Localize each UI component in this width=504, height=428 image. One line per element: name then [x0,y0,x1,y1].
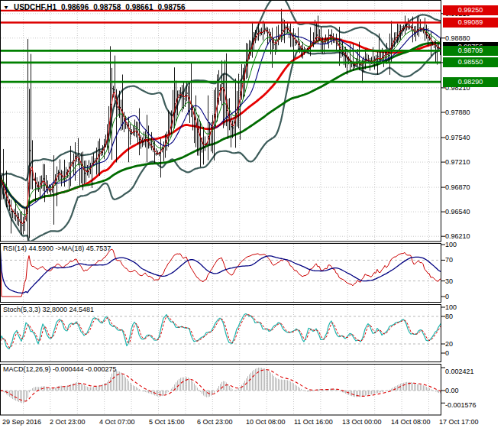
rsi-scale-tick: 30 [445,277,453,286]
title-close: 0.98756 [158,3,186,11]
title-low: 0.98661 [125,3,153,11]
time-axis-label: 17 Oct 17:00 [439,418,479,426]
time-axis-label: 2 Oct 23:00 [50,418,86,426]
time-axis-label: 10 Oct 08:00 [246,418,286,426]
symbol-dropdown-icon[interactable]: ▼ [3,4,9,10]
price-axis-tick: 0.97880 [445,109,470,117]
price-axis-tick: 0.97210 [445,158,470,167]
macd-scale-tick: 0.002421 [445,368,474,376]
stoch-pane-label: Stoch(5,3,3) 32,8000 24.5481 [3,306,94,313]
rsi-pane-label: RSI(14) 44.5900 ->MA(18) 45.7537 [3,245,111,252]
stoch-scale-tick: 80 [445,313,453,321]
stoch-scale-tick: 20 [445,340,453,349]
title-high: 0.98758 [93,3,121,11]
price-axis-tick: 0.96870 [445,183,470,192]
rsi-scale-tick: 100 [445,241,457,249]
time-axis-label: 13 Oct 00:00 [342,418,382,426]
macd-pane-label: MACD(12,26,9) -0.000444 -0.000275 [3,365,117,373]
price-badge-resistance: 0.99089 [443,18,498,28]
macd-scale-tick: -0.001576 [445,401,477,410]
price-badge-resistance: 0.99250 [443,5,498,15]
chart-title: ▼ USDCHF,H1 0.98696 0.98758 0.98661 0.98… [3,2,186,11]
time-axis-label: 6 Oct 23:00 [197,418,233,426]
price-badge-support: 0.98550 [443,57,498,67]
rsi-scale-tick: 70 [445,256,453,264]
price-axis-tick: 0.97540 [445,134,470,142]
price-axis-tick: 0.96540 [445,208,470,216]
macd-scale-tick: 0.00 [445,387,459,395]
title-symbol: USDCHF,H1 [14,3,57,11]
title-open: 0.98696 [61,3,89,11]
chart-canvas[interactable] [0,0,504,428]
time-axis-label: 5 Oct 15:00 [149,418,185,426]
price-badge-support: 0.98290 [443,77,498,87]
time-axis-label: 14 Oct 08:00 [391,418,431,426]
price-axis-tick: 0.96210 [445,232,470,241]
time-axis-label: 11 Oct 16:00 [294,418,333,426]
rsi-scale-tick: 0 [445,293,449,301]
mt4-chart-window: ▼ USDCHF,H1 0.98696 0.98758 0.98661 0.98… [0,0,504,428]
time-axis-label: 4 Oct 07:00 [99,418,135,426]
stoch-scale-tick: 0 [445,349,449,358]
stoch-scale-tick: 100 [445,303,457,312]
time-axis-label: 29 Sep 2016 [2,418,41,426]
price-badge-support: 0.98709 [443,46,498,56]
